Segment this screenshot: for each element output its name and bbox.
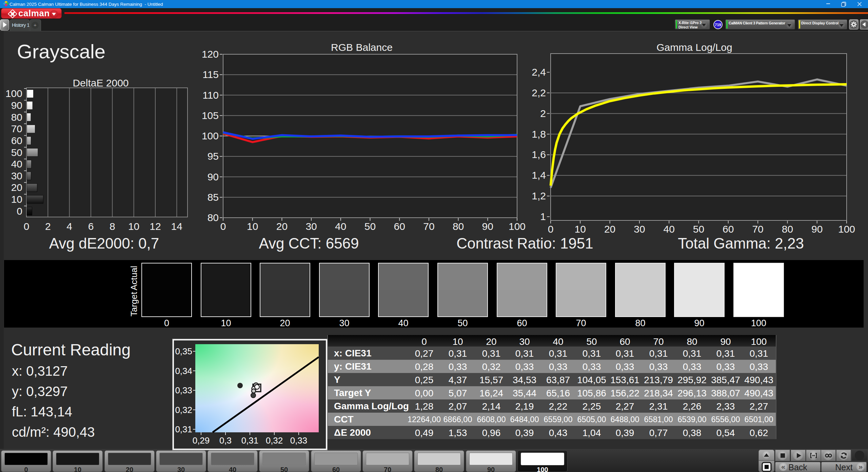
svg-text:10: 10 bbox=[11, 194, 22, 205]
svg-text:0: 0 bbox=[17, 205, 22, 217]
svg-text:0,33: 0,33 bbox=[290, 435, 308, 446]
svg-text:90: 90 bbox=[208, 171, 219, 182]
svg-text:90: 90 bbox=[11, 100, 22, 111]
svg-text:100: 100 bbox=[509, 221, 526, 232]
svg-text:100: 100 bbox=[838, 223, 855, 235]
svg-text:95: 95 bbox=[208, 151, 219, 162]
svg-text:4: 4 bbox=[66, 221, 72, 232]
svg-text:60: 60 bbox=[11, 135, 22, 146]
svg-text:1,8: 1,8 bbox=[532, 129, 546, 140]
svg-text:50: 50 bbox=[693, 223, 704, 235]
svg-text:20: 20 bbox=[604, 223, 615, 235]
svg-text:12: 12 bbox=[150, 221, 161, 232]
svg-text:0: 0 bbox=[220, 221, 226, 232]
svg-text:100: 100 bbox=[5, 88, 22, 99]
svg-text:40: 40 bbox=[11, 158, 22, 170]
svg-text:80: 80 bbox=[11, 112, 22, 123]
svg-text:110: 110 bbox=[202, 90, 219, 101]
svg-text:0: 0 bbox=[24, 221, 29, 232]
svg-text:10: 10 bbox=[247, 221, 258, 232]
svg-text:Avg CCT: 6569: Avg CCT: 6569 bbox=[259, 235, 359, 252]
svg-text:50: 50 bbox=[364, 221, 376, 232]
svg-text:1,6: 1,6 bbox=[532, 149, 546, 160]
svg-text:30: 30 bbox=[305, 221, 317, 232]
svg-text:Avg dE2000: 0,7: Avg dE2000: 0,7 bbox=[49, 235, 159, 252]
svg-text:30: 30 bbox=[11, 170, 22, 181]
svg-text:120: 120 bbox=[202, 48, 219, 60]
svg-text:0,31: 0,31 bbox=[175, 424, 192, 434]
svg-text:0,32: 0,32 bbox=[175, 405, 192, 415]
svg-text:Gamma Log/Log: Gamma Log/Log bbox=[656, 42, 732, 53]
svg-text:14: 14 bbox=[171, 221, 182, 232]
svg-text:0: 0 bbox=[548, 223, 554, 235]
svg-text:Total Gamma: 2,23: Total Gamma: 2,23 bbox=[678, 235, 804, 252]
svg-text:80: 80 bbox=[208, 212, 219, 223]
svg-text:0,33: 0,33 bbox=[175, 385, 192, 395]
svg-text:70: 70 bbox=[423, 221, 434, 232]
svg-text:30: 30 bbox=[634, 223, 645, 235]
svg-text:90: 90 bbox=[811, 223, 823, 235]
svg-text:2: 2 bbox=[45, 221, 51, 232]
svg-text:0,29: 0,29 bbox=[193, 435, 210, 446]
svg-text:50: 50 bbox=[11, 147, 22, 158]
svg-text:1: 1 bbox=[540, 211, 546, 222]
svg-text:80: 80 bbox=[453, 221, 464, 232]
svg-text:0,32: 0,32 bbox=[266, 435, 283, 446]
svg-text:8: 8 bbox=[110, 221, 115, 232]
svg-text:6: 6 bbox=[88, 221, 94, 232]
svg-text:2,4: 2,4 bbox=[532, 66, 546, 78]
svg-text:RGB Balance: RGB Balance bbox=[331, 42, 393, 53]
svg-text:0,3: 0,3 bbox=[219, 435, 232, 446]
svg-text:105: 105 bbox=[202, 110, 219, 121]
svg-text:70: 70 bbox=[752, 223, 763, 235]
svg-text:2,2: 2,2 bbox=[532, 87, 546, 98]
svg-text:40: 40 bbox=[335, 221, 346, 232]
svg-text:DeltaE 2000: DeltaE 2000 bbox=[73, 77, 129, 88]
svg-text:0,34: 0,34 bbox=[175, 366, 192, 376]
svg-text:20: 20 bbox=[276, 221, 288, 232]
svg-text:90: 90 bbox=[482, 221, 493, 232]
svg-text:85: 85 bbox=[208, 192, 219, 203]
svg-text:60: 60 bbox=[723, 223, 734, 235]
svg-text:40: 40 bbox=[664, 223, 675, 235]
svg-text:0,31: 0,31 bbox=[241, 435, 259, 446]
svg-text:115: 115 bbox=[202, 69, 219, 80]
svg-text:10: 10 bbox=[128, 221, 139, 232]
svg-text:1,4: 1,4 bbox=[532, 170, 546, 181]
svg-text:Actual: Actual bbox=[129, 266, 139, 290]
svg-text:80: 80 bbox=[782, 223, 793, 235]
svg-text:2: 2 bbox=[540, 108, 546, 119]
svg-text:Target: Target bbox=[129, 292, 139, 316]
svg-text:100: 100 bbox=[202, 130, 219, 141]
svg-text:70: 70 bbox=[11, 123, 22, 134]
svg-text:60: 60 bbox=[394, 221, 405, 232]
svg-text:20: 20 bbox=[11, 182, 22, 193]
svg-text:10: 10 bbox=[575, 223, 586, 235]
svg-text:1,2: 1,2 bbox=[532, 190, 546, 201]
svg-text:Contrast Ratio: 1951: Contrast Ratio: 1951 bbox=[456, 235, 593, 252]
svg-text:0,35: 0,35 bbox=[175, 346, 192, 356]
